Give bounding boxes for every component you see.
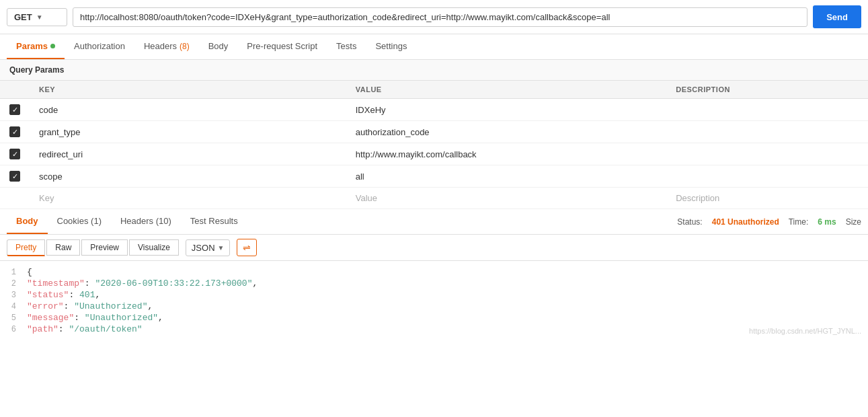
response-status-bar: Status: 401 Unauthorized Time: 6 ms Size <box>677 217 861 227</box>
code-line: 4 "error": "Unauthorized", <box>0 301 868 312</box>
response-body-toolbar: Pretty Raw Preview Visualize JSON ▼ ⇌ <box>0 235 868 261</box>
line-content: "timestamp": "2020-06-09T10:33:22.173+00… <box>27 278 258 289</box>
col-desc-header: DESCRIPTION <box>666 81 868 99</box>
response-tab-test-results[interactable]: Test Results <box>181 209 247 234</box>
tab-settings-label: Settings <box>375 41 407 51</box>
table-placeholder-row: Key Value Description <box>0 188 868 209</box>
param-desc-cell <box>666 143 868 165</box>
method-label: GET <box>14 12 32 22</box>
status-label: Status: <box>677 217 702 227</box>
line-content: "error": "Unauthorized", <box>27 301 153 311</box>
line-content: "message": "Unauthorized", <box>27 313 163 323</box>
tab-prerequest[interactable]: Pre-request Script <box>237 34 327 59</box>
tab-params[interactable]: Params <box>7 34 65 59</box>
tab-authorization[interactable]: Authorization <box>65 34 134 59</box>
json-format-select[interactable]: JSON ▼ <box>186 239 231 256</box>
format-visualize-button[interactable]: Visualize <box>129 239 179 256</box>
response-test-results-label: Test Results <box>190 216 238 226</box>
placeholder-check-cell <box>0 188 30 209</box>
placeholder-desc-cell[interactable]: Description <box>666 188 868 209</box>
response-tab-cookies[interactable]: Cookies (1) <box>48 209 111 234</box>
placeholder-key-cell[interactable]: Key <box>30 188 346 209</box>
line-content: "status": 401, <box>27 290 100 300</box>
param-value-cell: all <box>346 165 666 188</box>
line-number: 1 <box>0 268 27 277</box>
tab-authorization-label: Authorization <box>74 41 125 51</box>
checkbox-cell[interactable]: ✓ <box>0 99 30 121</box>
code-line: 6 "path": "/oauth/token" <box>0 324 868 335</box>
param-value: http://www.mayikt.com/callback <box>356 149 477 159</box>
param-value-cell: authorization_code <box>346 121 666 143</box>
col-key-header: KEY <box>30 81 346 99</box>
param-key-cell: code <box>30 99 346 121</box>
code-area: 1{2 "timestamp": "2020-06-09T10:33:22.17… <box>0 261 868 340</box>
line-content: "path": "/oauth/token" <box>27 324 143 334</box>
param-value: authorization_code <box>356 127 430 137</box>
tab-headers[interactable]: Headers (8) <box>134 34 199 59</box>
placeholder-value-cell[interactable]: Value <box>346 188 666 209</box>
params-table: KEY VALUE DESCRIPTION ✓ code IDXeHy ✓ gr… <box>0 81 868 209</box>
query-params-title: Query Params <box>0 60 868 81</box>
tab-tests[interactable]: Tests <box>327 34 366 59</box>
time-label: Time: <box>789 217 809 227</box>
tab-prerequest-label: Pre-request Script <box>247 41 317 51</box>
line-number: 5 <box>0 313 27 323</box>
format-pretty-button[interactable]: Pretty <box>7 239 45 256</box>
format-preview-button[interactable]: Preview <box>81 239 128 256</box>
tab-settings[interactable]: Settings <box>366 34 416 59</box>
line-content: { <box>27 267 32 277</box>
watermark: https://blog.csdn.net/HGT_JYNL... <box>749 327 861 335</box>
json-chevron-icon: ▼ <box>218 244 225 252</box>
param-value-cell: IDXeHy <box>346 99 666 121</box>
response-tab-headers[interactable]: Headers (10) <box>111 209 181 234</box>
wrap-toggle-button[interactable]: ⇌ <box>237 239 257 256</box>
format-raw-button[interactable]: Raw <box>46 239 80 256</box>
code-line: 3 "status": 401, <box>0 289 868 301</box>
table-header-row: KEY VALUE DESCRIPTION <box>0 81 868 99</box>
send-button[interactable]: Send <box>813 5 861 28</box>
chevron-down-icon: ▼ <box>36 13 43 21</box>
table-row: ✓ grant_type authorization_code <box>0 121 868 143</box>
size-label: Size <box>846 217 861 227</box>
status-value: 401 Unauthorized <box>712 217 779 227</box>
line-number: 3 <box>0 291 27 300</box>
param-key: code <box>39 105 58 115</box>
table-row: ✓ scope all <box>0 165 868 188</box>
line-number: 6 <box>0 325 27 334</box>
tab-body-label: Body <box>208 41 229 51</box>
response-tabs-bar: Body Cookies (1) Headers (10) Test Resul… <box>0 209 868 235</box>
url-bar: GET ▼ Send <box>0 0 868 34</box>
checkbox-cell[interactable]: ✓ <box>0 121 30 143</box>
checkbox-cell[interactable]: ✓ <box>0 165 30 188</box>
param-value-cell: http://www.mayikt.com/callback <box>346 143 666 165</box>
tab-body[interactable]: Body <box>199 34 238 59</box>
checkbox-cell[interactable]: ✓ <box>0 143 30 165</box>
checkbox[interactable]: ✓ <box>9 149 20 159</box>
response-tab-body[interactable]: Body <box>7 209 48 234</box>
json-format-label: JSON <box>192 243 215 253</box>
response-headers-label: Headers (10) <box>120 216 171 226</box>
response-cookies-label: Cookies (1) <box>57 216 102 226</box>
code-line: 1{ <box>0 266 868 278</box>
param-desc-cell <box>666 99 868 121</box>
method-select[interactable]: GET ▼ <box>7 8 67 26</box>
code-line: 2 "timestamp": "2020-06-09T10:33:22.173+… <box>0 278 868 289</box>
tab-headers-label: Headers <box>144 41 177 51</box>
table-row: ✓ code IDXeHy <box>0 99 868 121</box>
response-area: 1{2 "timestamp": "2020-06-09T10:33:22.17… <box>0 261 868 340</box>
param-desc-cell <box>666 165 868 188</box>
line-number: 4 <box>0 302 27 311</box>
checkbox[interactable]: ✓ <box>9 171 20 182</box>
params-dot <box>50 44 55 48</box>
checkbox[interactable]: ✓ <box>9 126 20 137</box>
param-key: scope <box>39 172 63 182</box>
param-value: all <box>356 172 364 182</box>
param-key: redirect_uri <box>39 149 83 159</box>
checkbox[interactable]: ✓ <box>9 104 20 115</box>
col-check <box>0 81 30 99</box>
tab-params-label: Params <box>16 41 48 51</box>
url-input[interactable] <box>73 7 807 27</box>
param-key-cell: grant_type <box>30 121 346 143</box>
param-value: IDXeHy <box>356 105 386 115</box>
param-key-cell: scope <box>30 165 346 188</box>
